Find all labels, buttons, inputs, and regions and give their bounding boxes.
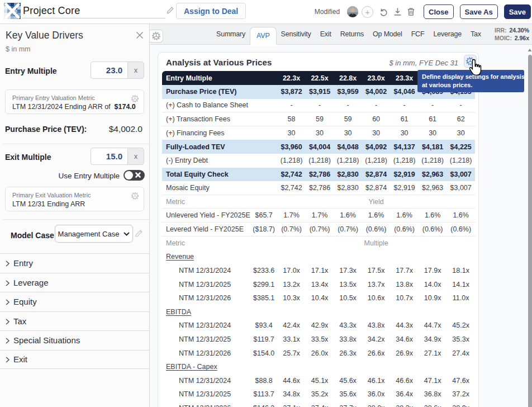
- returns-summary: IRR: 24.30% MOIC: 2.96x: [495, 26, 529, 42]
- tab-avp[interactable]: AVP: [250, 27, 277, 45]
- tab-bar: SummaryAVPSensitivityExitReturnsOp Model…: [212, 24, 486, 44]
- row-metric-value: ($18.7): [246, 225, 277, 233]
- row-cell: 27.7x: [334, 404, 362, 407]
- avp-card: Analysis at Various Prices $ in mm, FYE …: [158, 52, 479, 407]
- row-cell: 1.6%: [362, 211, 391, 219]
- model-case-select[interactable]: Management Case: [55, 225, 133, 243]
- tab-fcf[interactable]: FCF: [407, 24, 429, 44]
- add-user-icon[interactable]: +: [362, 6, 373, 18]
- row-cell: $2,830: [334, 184, 362, 192]
- close-panel-icon[interactable]: [136, 31, 144, 39]
- row-cell: 46.6x: [390, 377, 419, 385]
- row-cell: $2,963: [419, 184, 447, 192]
- row-cell: 13.8x: [390, 281, 419, 288]
- row-label: Mosaic Equity: [162, 184, 246, 192]
- chevron-right-icon: [5, 357, 10, 362]
- accordion-special-situations[interactable]: Special Situations: [0, 330, 150, 350]
- row-cell: 28.0x: [362, 404, 391, 407]
- table-row: EBITDA: [162, 305, 475, 319]
- accordion-equity[interactable]: Equity: [0, 292, 150, 311]
- undo-icon[interactable]: [379, 7, 388, 17]
- avp-table: Entry Multiple22.3x22.5x22.8x23.0x23.3x2…: [162, 71, 475, 407]
- row-label: NTM 12/31/2026: [162, 404, 246, 407]
- row-label: Purchase Price (TEV): [162, 88, 246, 96]
- tab-summary[interactable]: Summary: [212, 24, 250, 44]
- row-cell: (1,218): [446, 157, 475, 164]
- scroll-up-arrow[interactable]: [528, 48, 532, 53]
- table-row: (-) Entry Debt(1,218)(1,218)(1,218)(1,21…: [162, 154, 475, 168]
- row-cell: 13.5x: [334, 281, 362, 288]
- chevron-right-icon: [5, 299, 10, 304]
- accordion-tax[interactable]: Tax: [0, 311, 150, 331]
- row-cell: $3,960: [277, 143, 306, 151]
- row-cell: $3,872: [277, 88, 306, 96]
- row-label: NTM 12/31/2025: [162, 281, 246, 288]
- panel-settings-tab[interactable]: [150, 30, 163, 42]
- row-cell: 14.1x: [446, 281, 475, 288]
- tab-leverage[interactable]: Leverage: [429, 24, 466, 44]
- use-entry-multiple-toggle[interactable]: [124, 170, 145, 181]
- accordion-exit[interactable]: Exit: [0, 350, 150, 370]
- exit-multiple-label: Exit Multiple: [5, 153, 51, 162]
- entry-multiple-input[interactable]: 23.0: [91, 61, 127, 79]
- primary-entry-valuation-card[interactable]: Primary Entry Valuation Metric LTM 12/31…: [5, 89, 144, 114]
- project-title[interactable]: Project Core: [23, 5, 80, 17]
- edit-title-pencil-icon[interactable]: [166, 6, 174, 15]
- accordion-leverage[interactable]: Leverage: [0, 273, 150, 292]
- chevron-down-icon: [124, 232, 130, 236]
- row-metric-value: $119.7: [246, 335, 277, 343]
- chevron-right-icon: [5, 280, 10, 285]
- row-label: Fully-Loaded TEV: [162, 143, 246, 151]
- row-cell: 34.8x: [277, 390, 306, 398]
- row-cell: 10.5x: [334, 294, 362, 302]
- row-cell: 45.1x: [306, 377, 334, 385]
- trash-icon[interactable]: [407, 7, 415, 16]
- download-icon[interactable]: [393, 7, 402, 16]
- edit-model-case-pencil-icon[interactable]: [135, 229, 144, 238]
- exit-multiple-input[interactable]: 15.0: [91, 148, 127, 165]
- use-entry-multiple-label: Use Entry Multiple: [58, 172, 120, 180]
- tab-sensitivity[interactable]: Sensitivity: [277, 24, 316, 44]
- avp-settings-gear-button[interactable]: [464, 55, 477, 68]
- table-row: MetricYield: [162, 195, 475, 209]
- scrollbar-thumb[interactable]: [528, 55, 532, 407]
- row-cell: 33.5x: [306, 335, 334, 343]
- tab-tax[interactable]: Tax: [466, 24, 486, 44]
- vertical-scrollbar[interactable]: [528, 48, 532, 407]
- tab-exit[interactable]: Exit: [316, 24, 336, 44]
- row-cell: -: [419, 101, 447, 109]
- gear-icon[interactable]: [131, 192, 139, 200]
- assign-to-deal-button[interactable]: Assign to Deal: [176, 3, 246, 19]
- table-row: EBITDA - Capex: [162, 360, 475, 374]
- close-button[interactable]: Close: [424, 4, 453, 19]
- tab-returns[interactable]: Returns: [336, 24, 368, 44]
- row-cell: $2,919: [390, 171, 419, 178]
- save-button[interactable]: Save: [504, 4, 531, 19]
- card-text: LTM 12/31/2024 Ending ARR of $174.0: [12, 103, 136, 111]
- row-cell: $4,048: [334, 143, 362, 151]
- primary-exit-valuation-card[interactable]: Primary Exit Valuation Metric LTM 12/31 …: [5, 187, 144, 211]
- user-avatar[interactable]: [347, 6, 358, 17]
- row-metric-value: $233.6: [246, 267, 277, 275]
- row-cell: 17.7x: [390, 267, 419, 275]
- row-metric-value: $146.3: [246, 404, 277, 407]
- tab-op-model[interactable]: Op Model: [368, 24, 407, 44]
- accordion-label: Special Situations: [13, 335, 80, 345]
- row-cell: (0.7%): [306, 225, 334, 233]
- row-cell: 30: [277, 129, 306, 137]
- save-as-button[interactable]: Save As: [460, 4, 498, 19]
- chevron-right-icon: [5, 338, 10, 343]
- moic-value: 2.96x: [515, 34, 529, 42]
- gear-icon: [152, 32, 160, 40]
- row-cell: 1.7%: [277, 211, 306, 219]
- table-row: Fully-Loaded TEV$3,960$4,004$4,048$4,092…: [162, 140, 475, 154]
- row-cell: 35.6x: [334, 390, 362, 398]
- accordion-entry[interactable]: Entry: [0, 253, 150, 273]
- row-cell: 25.7x: [277, 349, 306, 357]
- exit-multiple-input-group: 15.0 x: [91, 148, 144, 165]
- entry-multiple-label: Entry Multiple: [5, 67, 57, 75]
- row-label: EBITDA - Capex: [162, 363, 246, 371]
- row-cell: (1,218): [390, 157, 419, 164]
- row-cell: (1,218): [306, 157, 334, 164]
- gear-icon[interactable]: [131, 95, 139, 102]
